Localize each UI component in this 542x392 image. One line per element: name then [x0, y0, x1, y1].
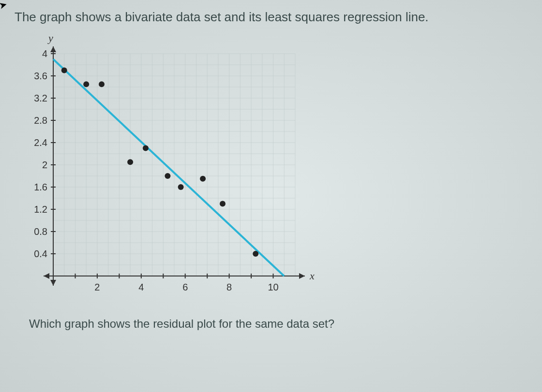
x-axis-label: x: [309, 270, 315, 282]
scatter-chart: 2 4 6 8 10 0.4 0.8: [15, 34, 324, 305]
svg-point-90: [220, 201, 226, 207]
y-axis-arrow-icon: [50, 46, 56, 52]
svg-text:0.8: 0.8: [34, 226, 47, 237]
svg-point-82: [61, 68, 67, 73]
svg-text:2: 2: [42, 160, 47, 170]
question-text: Which graph shows the residual plot for …: [29, 317, 527, 331]
x-tick-labels: 2 4 6 8 10: [94, 282, 278, 292]
svg-point-89: [200, 176, 206, 182]
chart-svg: 2 4 6 8 10 0.4 0.8: [15, 34, 324, 305]
svg-text:10: 10: [268, 282, 278, 292]
regression-line: [53, 59, 284, 276]
svg-text:8: 8: [226, 282, 232, 292]
y-axis-label: y: [47, 34, 53, 44]
svg-text:4: 4: [138, 282, 144, 292]
svg-text:2.8: 2.8: [34, 115, 47, 126]
x-axis-arrow-icon: [299, 273, 305, 279]
svg-point-85: [127, 159, 133, 165]
svg-point-87: [165, 173, 170, 179]
page-title: The graph shows a bivariate data set and…: [15, 10, 527, 25]
svg-text:3.6: 3.6: [34, 71, 47, 81]
svg-point-86: [143, 145, 149, 151]
svg-point-84: [99, 81, 105, 87]
svg-text:3.2: 3.2: [34, 93, 47, 103]
svg-point-88: [178, 184, 184, 190]
svg-text:6: 6: [182, 282, 188, 292]
y-tick-labels: 0.4 0.8 1.2 1.6 2 2.4 2.8 3.2 3.6 4: [34, 48, 47, 259]
svg-marker-45: [44, 273, 49, 279]
svg-point-83: [83, 81, 89, 87]
svg-text:0.4: 0.4: [34, 248, 47, 259]
svg-text:2: 2: [94, 282, 100, 292]
svg-marker-46: [50, 280, 56, 286]
cursor-icon: ➤: [0, 0, 9, 12]
svg-text:1.6: 1.6: [34, 182, 47, 192]
svg-point-91: [253, 251, 258, 257]
svg-text:4: 4: [42, 48, 47, 59]
svg-text:2.4: 2.4: [34, 137, 47, 148]
svg-text:1.2: 1.2: [34, 204, 47, 215]
